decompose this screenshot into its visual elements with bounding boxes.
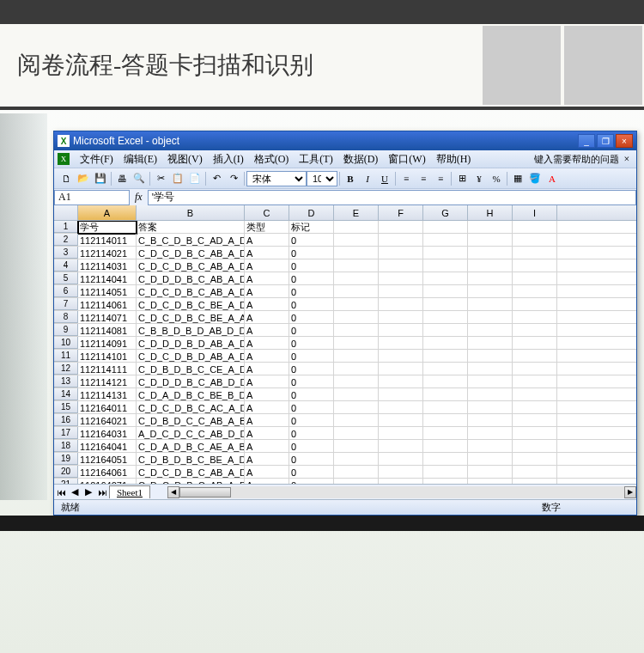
cell[interactable]: A <box>245 324 289 337</box>
cell[interactable] <box>334 479 379 484</box>
menu-item[interactable]: 窗口(W) <box>383 152 430 166</box>
hscroll-thumb[interactable] <box>179 487 231 497</box>
cell[interactable] <box>423 414 468 427</box>
cell[interactable] <box>423 375 468 388</box>
cell[interactable]: 112164051 <box>78 453 137 466</box>
cell[interactable] <box>334 466 379 479</box>
cell[interactable]: C_D_C_D_B_C_AB_A_D_B <box>137 479 245 484</box>
cell[interactable] <box>468 259 513 272</box>
cell[interactable]: 112164031 <box>78 427 137 440</box>
cell[interactable] <box>423 234 468 247</box>
cell[interactable] <box>468 324 513 337</box>
cell[interactable] <box>423 247 468 259</box>
cell[interactable]: C_D_C_D_B_C_BE_A_A_B <box>137 311 245 324</box>
cell[interactable]: 112114091 <box>78 337 137 350</box>
cell[interactable]: 0 <box>289 311 334 324</box>
cell[interactable]: A <box>245 466 289 479</box>
cell[interactable] <box>513 427 557 440</box>
row-header[interactable]: 12 <box>54 363 78 375</box>
column-header[interactable]: C <box>245 205 289 220</box>
cell[interactable] <box>334 401 379 414</box>
cell[interactable] <box>423 427 468 440</box>
copy-icon[interactable]: 📋 <box>170 171 185 186</box>
cell[interactable] <box>423 453 468 466</box>
cell[interactable] <box>334 298 379 311</box>
cell[interactable] <box>468 221 513 234</box>
cell[interactable] <box>334 285 379 298</box>
cell[interactable]: 0 <box>289 427 334 440</box>
row-header[interactable]: 20 <box>54 466 78 478</box>
cell[interactable] <box>423 388 468 401</box>
cell[interactable] <box>513 259 557 272</box>
cell[interactable]: 112114021 <box>78 247 137 259</box>
cell[interactable] <box>379 363 423 375</box>
cell[interactable]: 0 <box>289 414 334 427</box>
undo-icon[interactable]: ↶ <box>209 171 224 186</box>
cell[interactable]: 0 <box>289 337 334 350</box>
cell[interactable] <box>379 453 423 466</box>
cell[interactable] <box>468 375 513 388</box>
cell[interactable] <box>423 259 468 272</box>
cell[interactable]: 学号 <box>78 221 137 234</box>
formula-input[interactable]: '学号 <box>148 190 636 205</box>
fx-label[interactable]: fx <box>130 191 148 204</box>
cell[interactable]: C_D_B_D_B_C_BE_A_D_B <box>137 453 245 466</box>
cell[interactable] <box>379 427 423 440</box>
cell[interactable] <box>468 440 513 453</box>
cell[interactable]: 112114111 <box>78 363 137 375</box>
cell[interactable] <box>379 311 423 324</box>
cell[interactable]: 0 <box>289 440 334 453</box>
cell[interactable] <box>468 427 513 440</box>
cell[interactable] <box>334 453 379 466</box>
row-header[interactable]: 9 <box>54 324 78 336</box>
row-header[interactable]: 7 <box>54 298 78 310</box>
cell[interactable] <box>379 285 423 298</box>
cell[interactable]: 0 <box>289 388 334 401</box>
cell[interactable] <box>513 337 557 350</box>
bold-icon[interactable]: B <box>343 171 358 186</box>
menu-item[interactable]: 插入(I) <box>208 152 249 166</box>
cell[interactable]: A <box>245 247 289 259</box>
cell[interactable] <box>513 350 557 363</box>
sheet-tab-sheet1[interactable]: Sheet1 <box>109 485 150 498</box>
cell[interactable] <box>513 234 557 247</box>
row-header[interactable]: 18 <box>54 440 78 452</box>
cell[interactable] <box>379 350 423 363</box>
cell[interactable] <box>468 234 513 247</box>
cell[interactable] <box>468 466 513 479</box>
cell[interactable]: 112114121 <box>78 375 137 388</box>
cell[interactable] <box>423 298 468 311</box>
cell[interactable]: C_D_C_D_B_D_AB_A_D_B <box>137 350 245 363</box>
row-header[interactable]: 14 <box>54 388 78 400</box>
menu-item[interactable]: 视图(V) <box>162 152 208 166</box>
cell[interactable] <box>513 311 557 324</box>
font-size-select[interactable]: 10 <box>307 171 337 186</box>
cell[interactable]: A <box>245 375 289 388</box>
cell[interactable] <box>468 298 513 311</box>
row-header[interactable]: 11 <box>54 350 78 362</box>
menu-item[interactable]: 文件(F) <box>75 152 118 166</box>
cell[interactable] <box>513 388 557 401</box>
cell[interactable] <box>468 337 513 350</box>
cell[interactable] <box>379 388 423 401</box>
row-header[interactable]: 17 <box>54 427 78 439</box>
cell[interactable]: A <box>245 388 289 401</box>
row-header[interactable]: 1 <box>54 221 78 233</box>
cell[interactable] <box>334 221 379 234</box>
cell[interactable] <box>513 401 557 414</box>
cell[interactable] <box>468 453 513 466</box>
menu-item[interactable]: 数据(D) <box>338 152 384 166</box>
cell[interactable]: C_D_A_D_B_C_AE_A_B_B <box>137 440 245 453</box>
horizontal-scrollbar[interactable]: ◀ ▶ <box>167 486 636 498</box>
tab-nav-next-icon[interactable]: ▶ <box>82 485 95 499</box>
cell[interactable] <box>423 440 468 453</box>
tab-nav-prev-icon[interactable]: ◀ <box>68 485 82 499</box>
cell[interactable]: C_D_B_D_C_C_AB_A_B_B <box>137 414 245 427</box>
cell[interactable] <box>468 247 513 259</box>
cell[interactable] <box>423 285 468 298</box>
merge-icon[interactable]: ⊞ <box>454 171 470 186</box>
cell[interactable] <box>513 363 557 375</box>
row-header[interactable]: 5 <box>54 272 78 284</box>
cell[interactable] <box>379 401 423 414</box>
cell[interactable]: 0 <box>289 298 334 311</box>
